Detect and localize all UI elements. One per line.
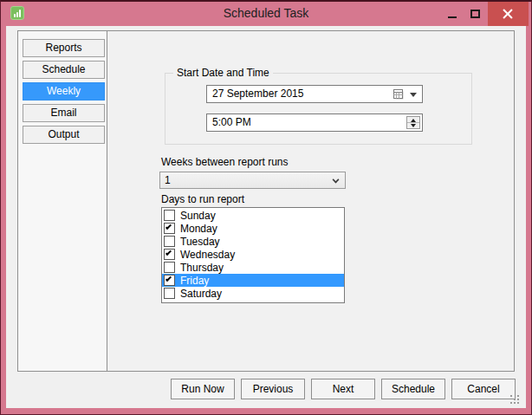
day-label: Monday bbox=[180, 223, 217, 235]
day-checkbox[interactable] bbox=[164, 262, 175, 273]
maximize-icon bbox=[470, 10, 480, 18]
day-row-sunday[interactable]: Sunday bbox=[162, 209, 344, 222]
scheduled-task-window: Scheduled Task Reports Schedule Weekly E… bbox=[0, 0, 532, 415]
tab-schedule[interactable]: Schedule bbox=[23, 61, 105, 79]
titlebar[interactable]: Scheduled Task bbox=[1, 2, 531, 26]
minimize-button[interactable] bbox=[441, 2, 464, 26]
day-label: Friday bbox=[180, 275, 209, 287]
day-row-saturday[interactable]: Saturday bbox=[162, 287, 344, 300]
day-row-thursday[interactable]: Thursday bbox=[162, 261, 344, 274]
minimize-icon bbox=[448, 16, 457, 18]
days-label: Days to run report bbox=[161, 193, 244, 205]
day-checkbox[interactable] bbox=[164, 288, 175, 299]
day-checkbox[interactable] bbox=[164, 249, 175, 260]
day-label: Tuesday bbox=[180, 236, 220, 248]
day-row-friday[interactable]: Friday bbox=[162, 274, 344, 287]
day-checkbox[interactable] bbox=[164, 223, 175, 234]
maximize-button[interactable] bbox=[464, 2, 486, 26]
day-label: Wednesday bbox=[180, 249, 235, 261]
weekly-page: Start Date and Time 27 September 2015 bbox=[108, 31, 514, 371]
day-checkbox[interactable] bbox=[164, 210, 175, 221]
check-icon bbox=[165, 224, 172, 230]
tab-reports[interactable]: Reports bbox=[23, 39, 105, 57]
tab-email[interactable]: Email bbox=[23, 104, 105, 122]
group-title: Start Date and Time bbox=[173, 67, 273, 79]
spinner-down-button[interactable] bbox=[407, 122, 419, 128]
weeks-label: Weeks between report runs bbox=[161, 156, 289, 168]
main-panel: Reports Schedule Weekly Email Output Sta… bbox=[17, 30, 515, 372]
day-row-monday[interactable]: Monday bbox=[162, 222, 344, 235]
run-now-button[interactable]: Run Now bbox=[171, 379, 235, 399]
sidebar: Reports Schedule Weekly Email Output bbox=[18, 31, 107, 371]
day-label: Sunday bbox=[180, 210, 216, 222]
start-time-picker[interactable]: 5:00 PM bbox=[206, 113, 423, 132]
time-spinner bbox=[406, 116, 420, 129]
next-button[interactable]: Next bbox=[311, 379, 375, 399]
cancel-button[interactable]: Cancel bbox=[451, 379, 516, 399]
day-label: Saturday bbox=[180, 288, 222, 300]
check-icon bbox=[165, 250, 172, 256]
date-dropdown-arrow-icon[interactable] bbox=[410, 93, 417, 97]
day-label: Thursday bbox=[180, 262, 224, 274]
start-date-value: 27 September 2015 bbox=[212, 88, 303, 100]
close-button[interactable] bbox=[488, 2, 529, 26]
day-row-tuesday[interactable]: Tuesday bbox=[162, 235, 344, 248]
spinner-down-icon bbox=[411, 124, 416, 127]
previous-button[interactable]: Previous bbox=[241, 379, 305, 399]
schedule-button[interactable]: Schedule bbox=[381, 379, 445, 399]
weeks-combobox[interactable]: 1 bbox=[159, 172, 346, 189]
dialog-body: Reports Schedule Weekly Email Output Sta… bbox=[6, 26, 526, 408]
calendar-icon bbox=[393, 88, 405, 100]
day-checkbox[interactable] bbox=[164, 275, 175, 286]
resize-grip[interactable] bbox=[509, 394, 520, 405]
start-datetime-group: Start Date and Time 27 September 2015 bbox=[165, 73, 472, 145]
days-listbox[interactable]: Sunday Monday Tuesday Wednesday bbox=[161, 207, 345, 303]
start-date-picker[interactable]: 27 September 2015 bbox=[206, 85, 423, 103]
day-row-wednesday[interactable]: Wednesday bbox=[162, 248, 344, 261]
day-checkbox[interactable] bbox=[164, 236, 175, 247]
check-icon bbox=[165, 276, 172, 282]
start-time-value: 5:00 PM bbox=[212, 116, 251, 128]
combo-chevron-icon bbox=[333, 177, 340, 184]
close-icon bbox=[503, 9, 513, 19]
tab-output[interactable]: Output bbox=[23, 126, 105, 144]
weeks-value: 1 bbox=[165, 174, 171, 186]
tab-weekly[interactable]: Weekly bbox=[23, 82, 105, 101]
